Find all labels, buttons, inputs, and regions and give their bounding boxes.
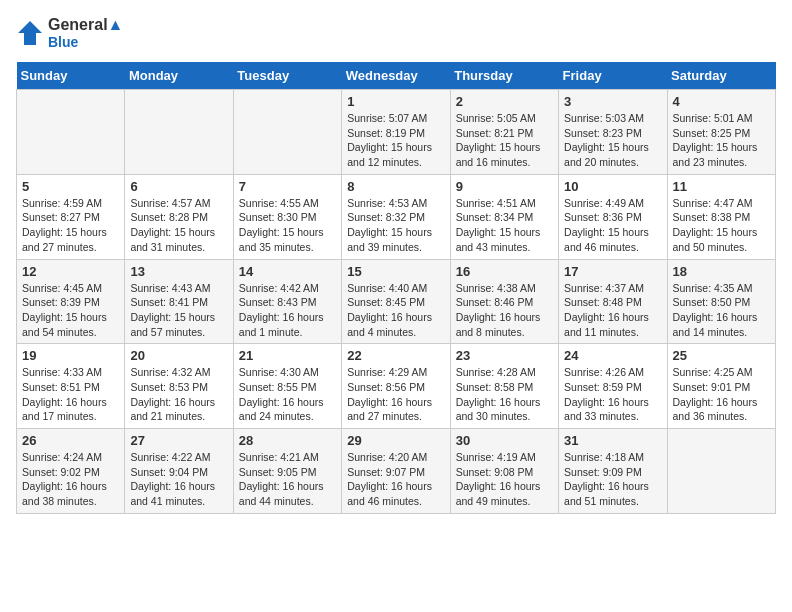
day-header-wednesday: Wednesday <box>342 62 450 90</box>
day-info: Sunrise: 4:43 AMSunset: 8:41 PMDaylight:… <box>130 281 227 340</box>
calendar-cell: 30Sunrise: 4:19 AMSunset: 9:08 PMDayligh… <box>450 429 558 514</box>
calendar-cell: 8Sunrise: 4:53 AMSunset: 8:32 PMDaylight… <box>342 174 450 259</box>
day-number: 8 <box>347 179 444 194</box>
day-info: Sunrise: 4:30 AMSunset: 8:55 PMDaylight:… <box>239 365 336 424</box>
logo-icon <box>16 19 44 47</box>
day-number: 3 <box>564 94 661 109</box>
day-info: Sunrise: 4:29 AMSunset: 8:56 PMDaylight:… <box>347 365 444 424</box>
week-row-2: 5Sunrise: 4:59 AMSunset: 8:27 PMDaylight… <box>17 174 776 259</box>
day-number: 26 <box>22 433 119 448</box>
calendar-cell: 14Sunrise: 4:42 AMSunset: 8:43 PMDayligh… <box>233 259 341 344</box>
day-number: 11 <box>673 179 770 194</box>
day-number: 29 <box>347 433 444 448</box>
calendar-cell <box>233 90 341 175</box>
calendar-cell: 12Sunrise: 4:45 AMSunset: 8:39 PMDayligh… <box>17 259 125 344</box>
calendar-cell: 15Sunrise: 4:40 AMSunset: 8:45 PMDayligh… <box>342 259 450 344</box>
day-number: 20 <box>130 348 227 363</box>
calendar-cell: 26Sunrise: 4:24 AMSunset: 9:02 PMDayligh… <box>17 429 125 514</box>
day-info: Sunrise: 4:24 AMSunset: 9:02 PMDaylight:… <box>22 450 119 509</box>
day-info: Sunrise: 4:57 AMSunset: 8:28 PMDaylight:… <box>130 196 227 255</box>
day-number: 9 <box>456 179 553 194</box>
calendar-cell: 28Sunrise: 4:21 AMSunset: 9:05 PMDayligh… <box>233 429 341 514</box>
calendar-cell <box>17 90 125 175</box>
day-number: 25 <box>673 348 770 363</box>
calendar-cell: 22Sunrise: 4:29 AMSunset: 8:56 PMDayligh… <box>342 344 450 429</box>
day-number: 31 <box>564 433 661 448</box>
calendar-cell: 9Sunrise: 4:51 AMSunset: 8:34 PMDaylight… <box>450 174 558 259</box>
page-header: General▲ Blue <box>16 16 776 50</box>
day-info: Sunrise: 4:21 AMSunset: 9:05 PMDaylight:… <box>239 450 336 509</box>
day-number: 16 <box>456 264 553 279</box>
day-number: 22 <box>347 348 444 363</box>
calendar-cell: 25Sunrise: 4:25 AMSunset: 9:01 PMDayligh… <box>667 344 775 429</box>
calendar-cell: 27Sunrise: 4:22 AMSunset: 9:04 PMDayligh… <box>125 429 233 514</box>
day-number: 2 <box>456 94 553 109</box>
day-info: Sunrise: 4:20 AMSunset: 9:07 PMDaylight:… <box>347 450 444 509</box>
day-info: Sunrise: 4:45 AMSunset: 8:39 PMDaylight:… <box>22 281 119 340</box>
day-header-thursday: Thursday <box>450 62 558 90</box>
day-info: Sunrise: 4:32 AMSunset: 8:53 PMDaylight:… <box>130 365 227 424</box>
day-number: 27 <box>130 433 227 448</box>
calendar-cell: 16Sunrise: 4:38 AMSunset: 8:46 PMDayligh… <box>450 259 558 344</box>
calendar-cell: 19Sunrise: 4:33 AMSunset: 8:51 PMDayligh… <box>17 344 125 429</box>
week-row-5: 26Sunrise: 4:24 AMSunset: 9:02 PMDayligh… <box>17 429 776 514</box>
day-info: Sunrise: 5:07 AMSunset: 8:19 PMDaylight:… <box>347 111 444 170</box>
day-header-saturday: Saturday <box>667 62 775 90</box>
day-number: 6 <box>130 179 227 194</box>
day-number: 19 <box>22 348 119 363</box>
day-number: 21 <box>239 348 336 363</box>
calendar-cell: 5Sunrise: 4:59 AMSunset: 8:27 PMDaylight… <box>17 174 125 259</box>
calendar-cell: 7Sunrise: 4:55 AMSunset: 8:30 PMDaylight… <box>233 174 341 259</box>
day-info: Sunrise: 5:03 AMSunset: 8:23 PMDaylight:… <box>564 111 661 170</box>
calendar-cell: 17Sunrise: 4:37 AMSunset: 8:48 PMDayligh… <box>559 259 667 344</box>
calendar-cell: 31Sunrise: 4:18 AMSunset: 9:09 PMDayligh… <box>559 429 667 514</box>
day-info: Sunrise: 4:38 AMSunset: 8:46 PMDaylight:… <box>456 281 553 340</box>
day-info: Sunrise: 4:26 AMSunset: 8:59 PMDaylight:… <box>564 365 661 424</box>
day-number: 24 <box>564 348 661 363</box>
calendar-cell: 10Sunrise: 4:49 AMSunset: 8:36 PMDayligh… <box>559 174 667 259</box>
day-info: Sunrise: 4:47 AMSunset: 8:38 PMDaylight:… <box>673 196 770 255</box>
day-info: Sunrise: 4:33 AMSunset: 8:51 PMDaylight:… <box>22 365 119 424</box>
day-number: 30 <box>456 433 553 448</box>
day-info: Sunrise: 4:49 AMSunset: 8:36 PMDaylight:… <box>564 196 661 255</box>
day-header-monday: Monday <box>125 62 233 90</box>
calendar-cell: 24Sunrise: 4:26 AMSunset: 8:59 PMDayligh… <box>559 344 667 429</box>
day-info: Sunrise: 4:19 AMSunset: 9:08 PMDaylight:… <box>456 450 553 509</box>
day-number: 15 <box>347 264 444 279</box>
calendar-cell: 21Sunrise: 4:30 AMSunset: 8:55 PMDayligh… <box>233 344 341 429</box>
day-number: 5 <box>22 179 119 194</box>
day-number: 28 <box>239 433 336 448</box>
day-header-sunday: Sunday <box>17 62 125 90</box>
calendar-cell: 13Sunrise: 4:43 AMSunset: 8:41 PMDayligh… <box>125 259 233 344</box>
calendar-cell: 23Sunrise: 4:28 AMSunset: 8:58 PMDayligh… <box>450 344 558 429</box>
day-info: Sunrise: 4:25 AMSunset: 9:01 PMDaylight:… <box>673 365 770 424</box>
calendar-cell: 4Sunrise: 5:01 AMSunset: 8:25 PMDaylight… <box>667 90 775 175</box>
day-header-tuesday: Tuesday <box>233 62 341 90</box>
day-info: Sunrise: 4:28 AMSunset: 8:58 PMDaylight:… <box>456 365 553 424</box>
day-number: 7 <box>239 179 336 194</box>
calendar-cell: 3Sunrise: 5:03 AMSunset: 8:23 PMDaylight… <box>559 90 667 175</box>
day-info: Sunrise: 5:01 AMSunset: 8:25 PMDaylight:… <box>673 111 770 170</box>
day-info: Sunrise: 4:22 AMSunset: 9:04 PMDaylight:… <box>130 450 227 509</box>
day-number: 1 <box>347 94 444 109</box>
day-info: Sunrise: 4:40 AMSunset: 8:45 PMDaylight:… <box>347 281 444 340</box>
calendar-cell: 29Sunrise: 4:20 AMSunset: 9:07 PMDayligh… <box>342 429 450 514</box>
day-info: Sunrise: 5:05 AMSunset: 8:21 PMDaylight:… <box>456 111 553 170</box>
week-row-4: 19Sunrise: 4:33 AMSunset: 8:51 PMDayligh… <box>17 344 776 429</box>
day-number: 17 <box>564 264 661 279</box>
day-info: Sunrise: 4:51 AMSunset: 8:34 PMDaylight:… <box>456 196 553 255</box>
day-info: Sunrise: 4:18 AMSunset: 9:09 PMDaylight:… <box>564 450 661 509</box>
svg-marker-1 <box>18 21 42 45</box>
calendar-cell: 2Sunrise: 5:05 AMSunset: 8:21 PMDaylight… <box>450 90 558 175</box>
day-number: 13 <box>130 264 227 279</box>
day-info: Sunrise: 4:42 AMSunset: 8:43 PMDaylight:… <box>239 281 336 340</box>
calendar-cell: 18Sunrise: 4:35 AMSunset: 8:50 PMDayligh… <box>667 259 775 344</box>
week-row-1: 1Sunrise: 5:07 AMSunset: 8:19 PMDaylight… <box>17 90 776 175</box>
day-header-row: SundayMondayTuesdayWednesdayThursdayFrid… <box>17 62 776 90</box>
calendar-cell: 6Sunrise: 4:57 AMSunset: 8:28 PMDaylight… <box>125 174 233 259</box>
week-row-3: 12Sunrise: 4:45 AMSunset: 8:39 PMDayligh… <box>17 259 776 344</box>
day-info: Sunrise: 4:35 AMSunset: 8:50 PMDaylight:… <box>673 281 770 340</box>
calendar-cell: 20Sunrise: 4:32 AMSunset: 8:53 PMDayligh… <box>125 344 233 429</box>
day-number: 4 <box>673 94 770 109</box>
calendar-cell <box>125 90 233 175</box>
